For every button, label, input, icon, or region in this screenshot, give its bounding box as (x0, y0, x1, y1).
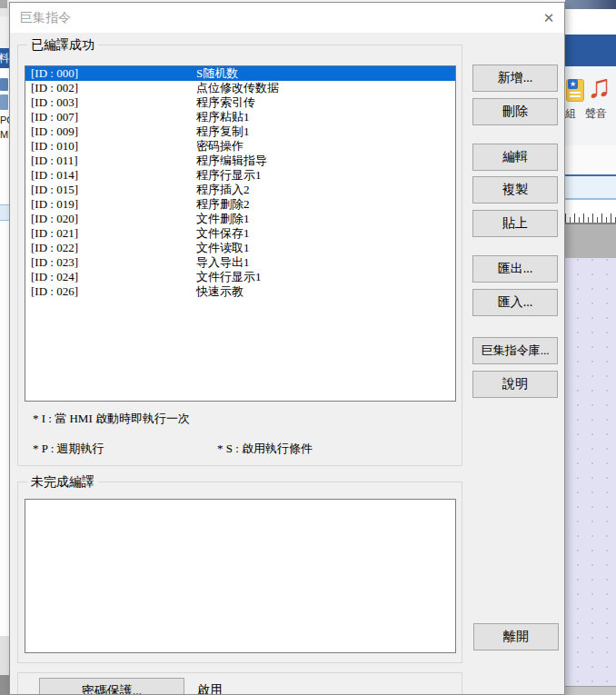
group-object-icon[interactable]: ★ (566, 79, 584, 102)
ruler-fragment (565, 209, 616, 223)
macro-list-item[interactable]: [ID : 011] 程序编辑指导 (25, 154, 455, 168)
macro-list-item[interactable]: [ID : 000] S随机数 (25, 66, 455, 81)
macro-list-item[interactable]: [ID : 023] 导入导出1 (25, 255, 455, 270)
exit-button[interactable]: 離開 (473, 623, 559, 650)
macro-id: [ID : 026] (31, 284, 78, 299)
macro-id: [ID : 021] (31, 226, 78, 241)
macro-list-item[interactable]: [ID : 007] 程序粘贴1 (25, 110, 455, 124)
uncompiled-listbox[interactable] (25, 499, 456, 653)
macro-name: S随机数 (196, 66, 238, 81)
macro-listbox[interactable]: [ID : 000] S随机数 [ID : 002] 点位修改传数据 [ID :… (25, 65, 456, 402)
background-left-panel-fragment (0, 16, 9, 48)
background-left-bar-fragment (0, 204, 9, 221)
background-left-toolbar-fragment (0, 0, 9, 16)
macro-id: [ID : 023] (31, 255, 78, 270)
macro-name: 密码操作 (196, 139, 243, 154)
macro-name: 程序删除2 (196, 197, 250, 212)
ribbon-sound-label: 聲音 (585, 106, 607, 122)
macro-id: [ID : 000] (31, 66, 78, 81)
macro-name: 程序行显示1 (196, 168, 262, 183)
macro-name: 文件读取1 (196, 241, 250, 255)
close-icon[interactable]: ✕ (539, 8, 559, 28)
macro-list-item[interactable]: [ID : 010] 密码操作 (25, 139, 455, 154)
macro-list-item[interactable]: [ID : 024] 文件行显示1 (25, 270, 455, 284)
macro-id: [ID : 010] (31, 139, 78, 154)
macro-list-item[interactable]: [ID : 014] 程序行显示1 (25, 168, 455, 183)
macro-list-item[interactable]: [ID : 021] 文件保存1 (25, 226, 455, 241)
clipboard-icon[interactable] (0, 78, 8, 91)
background-scrollbar-fragment[interactable] (565, 686, 616, 695)
macro-id: [ID : 020] (31, 212, 78, 226)
export-button[interactable]: 匯出... (472, 255, 558, 283)
macro-list-item[interactable]: [ID : 003] 程序索引传 (25, 95, 455, 110)
macro-name: 程序插入2 (196, 183, 250, 197)
macro-name: 快速示教 (196, 284, 243, 299)
macro-list-item[interactable]: [ID : 019] 程序删除2 (25, 197, 455, 212)
dialog-title: 巨集指令 (20, 10, 71, 26)
background-spacer (565, 200, 616, 209)
compiled-group-label: 已編譯成功 (27, 37, 98, 54)
macro-id: [ID : 015] (31, 183, 78, 197)
background-left-lower-fragment (0, 636, 9, 675)
background-left-strip: 資料 PC MI) (0, 0, 9, 695)
dialog-titlebar[interactable]: 巨集指令 ✕ (10, 3, 564, 33)
macro-id: [ID : 024] (31, 270, 78, 284)
background-tab-fragment[interactable]: 資料 (0, 48, 9, 68)
screen: 資料 PC MI) ★ ♫ 組 聲音 (0, 0, 616, 695)
canvas-margin-fragment (565, 224, 616, 258)
new-button[interactable]: 新增... (472, 65, 558, 92)
help-button[interactable]: 說明 (472, 371, 558, 398)
paste-button[interactable]: 貼上 (472, 210, 558, 237)
note-initial-run: * I : 當 HMI 啟動時即執行一次 (33, 411, 190, 427)
copy-button[interactable]: 複製 (472, 176, 558, 204)
macro-name: 文件删除1 (196, 212, 250, 226)
edit-button[interactable]: 編輯 (472, 144, 558, 171)
macro-id: [ID : 002] (31, 81, 78, 95)
background-left-statusbar-fragment (0, 675, 9, 695)
macro-id: [ID : 022] (31, 241, 78, 255)
macro-id: [ID : 019] (31, 197, 78, 212)
ribbon-tab-band (565, 35, 616, 66)
background-left-corner-fragment (0, 0, 7, 8)
macro-list-item[interactable]: [ID : 015] 程序插入2 (25, 183, 455, 197)
macro-name: 文件行显示1 (196, 270, 262, 284)
macro-name: 文件保存1 (196, 226, 250, 241)
macro-dialog: 巨集指令 ✕ 已編譯成功 [ID : 000] S随机数 [ID : 002] … (9, 2, 565, 695)
macro-id: [ID : 011] (31, 154, 78, 168)
background-toolbar-fragment (565, 145, 616, 174)
macro-name: 程序粘贴1 (196, 110, 250, 124)
macro-name: 程序索引传 (196, 95, 255, 110)
macro-id: [ID : 007] (31, 110, 78, 124)
design-canvas-fragment (565, 258, 616, 686)
import-button[interactable]: 匯入... (472, 289, 558, 316)
macro-list-item[interactable]: [ID : 020] 文件删除1 (25, 212, 455, 226)
star-badge-icon: ★ (568, 79, 578, 89)
ribbon-fragment: ★ ♫ 組 聲音 (565, 66, 616, 145)
macro-id: [ID : 009] (31, 124, 78, 139)
macro-list-item[interactable]: [ID : 009] 程序复制1 (25, 124, 455, 139)
macro-name: 点位修改传数据 (196, 81, 279, 95)
macro-id: [ID : 003] (31, 95, 78, 110)
background-titlebar-fragment (565, 9, 616, 35)
macro-name: 导入导出1 (196, 255, 250, 270)
document-icon[interactable] (0, 94, 8, 110)
desktop-wallpaper-fragment (565, 0, 616, 9)
macro-library-button[interactable]: 巨集指令庫... (472, 337, 558, 364)
sound-music-note-icon[interactable]: ♫ (587, 68, 611, 104)
background-address-bar-fragment (565, 176, 616, 198)
macro-list-item[interactable]: [ID : 022] 文件读取1 (25, 241, 455, 255)
password-protect-button[interactable]: 密碼保護... (39, 678, 184, 695)
macro-name: 程序复制1 (196, 124, 250, 139)
background-right-strip: ★ ♫ 組 聲音 (565, 0, 616, 695)
note-condition-run: * S : 啟用執行條件 (217, 441, 313, 457)
macro-id: [ID : 014] (31, 168, 78, 183)
background-tab-label: 資料 (0, 48, 9, 68)
macro-list-item[interactable]: [ID : 026] 快速示教 (25, 284, 455, 299)
uncompiled-group-label: 未完成編譯 (27, 474, 98, 491)
password-enable-label: 啟用 (197, 682, 223, 695)
ribbon-group-label: 組 (565, 106, 576, 122)
delete-button[interactable]: 刪除 (472, 98, 558, 125)
note-periodic-run: * P : 週期執行 (33, 441, 104, 457)
macro-name: 程序编辑指导 (196, 154, 267, 168)
macro-list-item[interactable]: [ID : 002] 点位修改传数据 (25, 81, 455, 95)
